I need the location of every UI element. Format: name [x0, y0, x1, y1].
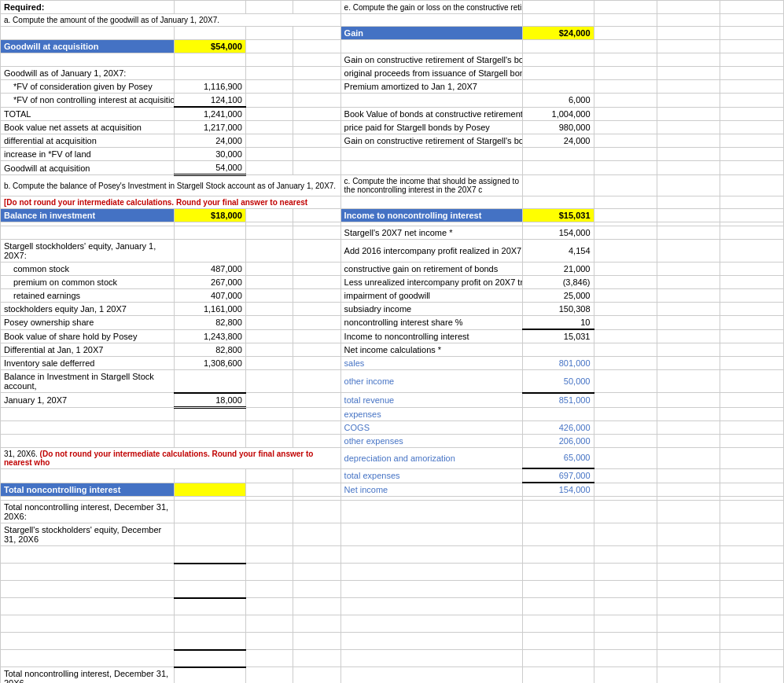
impairment-value: 25,000	[522, 289, 594, 303]
net-income-label: Net income	[340, 483, 522, 497]
row-required: Required: e. Compute the gain or loss on…	[1, 1, 784, 14]
row-40: Stargell's stockholders' equity, Decembe…	[1, 523, 784, 546]
part-c-label: c. Compute the income that should be ass…	[340, 175, 522, 196]
row-11: TOTAL 1,241,000 Book Value of bonds at c…	[1, 107, 784, 121]
row-14: increase in *FV of land 30,000	[1, 148, 784, 161]
fv-consideration-value: 1,116,900	[175, 80, 246, 94]
gain-constructive-final-value: 24,000	[522, 134, 594, 148]
row-48: Total noncontrolling interest, December …	[1, 667, 784, 684]
goodwill-acquisition-value: $54,000	[175, 40, 246, 53]
total-noncontrolling-label: Total noncontrolling interest	[1, 483, 175, 497]
row-39: Total noncontrolling interest, December …	[1, 501, 784, 523]
gain-constructive-label: Gain on constructive retirement of Starg…	[340, 53, 522, 67]
differential2-label: Differential at Jan, 1 20X7	[1, 343, 175, 357]
constructive-gain-label: constructive gain on retirement of bonds	[340, 263, 522, 276]
gain-value: $24,000	[522, 27, 594, 40]
inventory-sale-label: Inventory sale defferred	[1, 357, 175, 370]
add-2016-label: Add 2016 intercompany profit realized in…	[340, 240, 522, 263]
row-parta-label: a. Compute the amount of the goodwill as…	[1, 14, 784, 27]
row-46	[1, 633, 784, 650]
other-expenses-value: 206,000	[522, 434, 594, 447]
stockholders-equity-value: 1,161,000	[175, 303, 246, 316]
row-43	[1, 581, 784, 598]
total-revenue-value: 851,000	[522, 393, 594, 408]
book-value-share-label: Book value of share hold by Posey	[1, 329, 175, 343]
expenses-label: expenses	[340, 407, 522, 420]
price-paid-label: price paid for Stargell bonds by Posey	[340, 121, 522, 134]
gain-constructive-final-label: Gain on constructive retirement of Starg…	[340, 134, 522, 148]
row-21: Stargell stockholders' equity, January 1…	[1, 240, 784, 263]
part-d-label: 31, 20X6. (Do not round your intermediat…	[1, 447, 341, 468]
row-30: Balance in Investment in Stargell Stock …	[1, 370, 784, 393]
fv-noncontrolling-value: 124,100	[175, 94, 246, 108]
row-25: stockholders equity Jan, 1 20X7 1,161,00…	[1, 303, 784, 316]
common-stock-label: common stock	[1, 263, 175, 276]
row-35: 31, 20X6. (Do not round your intermediat…	[1, 447, 784, 468]
balance-investment2-label: Balance in Investment in Stargell Stock …	[1, 370, 175, 393]
retained-earnings-label: retained earnings	[1, 289, 175, 303]
differential2-value: 82,800	[175, 343, 246, 357]
goodwill-acq2-value: 54,000	[175, 161, 246, 175]
premium-common-value: 267,000	[175, 276, 246, 289]
differential-label: differential at acquisition	[1, 134, 175, 148]
book-value-bonds-value: 1,004,000	[522, 107, 594, 121]
premium-common-label: premium on common stock	[1, 276, 175, 289]
book-value-net-label: Book value net assets at acquisition	[1, 121, 175, 134]
stockholders-equity-label: stockholders equity Jan, 1 20X7	[1, 303, 175, 316]
row-44	[1, 598, 784, 615]
row-32: expenses	[1, 407, 784, 420]
noncontrolling-pct-value: 10	[522, 316, 594, 330]
row-18: Balance in investment $18,000 Income to …	[1, 209, 784, 222]
inventory-sale-value: 1,308,600	[175, 357, 246, 370]
stargell-equity-label: Stargell stockholders' equity, January 1…	[1, 240, 175, 263]
row-31: January 1, 20X7 18,000 total revenue 851…	[1, 393, 784, 408]
less-unrealized-label: Less unrealized intercompany profit on 2…	[340, 276, 522, 289]
total-expenses-label: total expenses	[340, 468, 522, 483]
fv-land-label: increase in *FV of land	[1, 148, 175, 161]
income-noncontrolling-value: $15,031	[522, 209, 594, 222]
book-value-share-value: 1,243,800	[175, 329, 246, 343]
sales-value: 801,000	[522, 357, 594, 370]
fv-consideration-label: *FV of consideration given by Posey	[1, 80, 175, 94]
row-27: Book value of share hold by Posey 1,243,…	[1, 329, 784, 343]
other-income-label: other income	[340, 370, 522, 393]
row-41	[1, 546, 784, 564]
row-7: Gain on constructive retirement of Starg…	[1, 53, 784, 67]
impairment-label: impairment of goodwill	[340, 289, 522, 303]
sales-label: sales	[340, 357, 522, 370]
income-noncontrolling-label: Income to noncontrolling interest	[340, 209, 522, 222]
row-36: total expenses 697,000	[1, 468, 784, 483]
total-value: 1,241,000	[175, 107, 246, 121]
retained-earnings-value: 407,000	[175, 289, 246, 303]
net-income-calc-label: Net income calculations *	[340, 343, 522, 357]
depreciation-label: depreciation and amorization	[340, 447, 522, 468]
row-28: Differential at Jan, 1 20X7 82,800 Net i…	[1, 343, 784, 357]
row-34: other expenses 206,000	[1, 434, 784, 447]
stargell-equity-dec31-label: Stargell's stockholders' equity, Decembe…	[1, 523, 175, 546]
cogs-label: COGS	[340, 420, 522, 434]
part-b-note: [Do not round your intermediate calculat…	[1, 196, 341, 209]
balance-investment-label: Balance in investment	[1, 209, 175, 222]
less-unrealized-value: (3,846)	[522, 276, 594, 289]
required-label: Required:	[1, 1, 175, 14]
row-20: Stargell's 20X7 net income * 154,000	[1, 226, 784, 240]
income-noncontrolling2-label: Income to noncontrolling interest	[340, 329, 522, 343]
row-23: premium on common stock 267,000 Less unr…	[1, 276, 784, 289]
jan1-20x7-value: 18,000	[175, 393, 246, 408]
row-8: Goodwill as of January 1, 20X7: original…	[1, 67, 784, 80]
row-10: *FV of non controlling interest at acqui…	[1, 94, 784, 108]
row-47	[1, 650, 784, 667]
row-22: common stock 487,000 constructive gain o…	[1, 263, 784, 276]
book-value-net-value: 1,217,000	[175, 121, 246, 134]
fv-noncontrolling-label: *FV of non controlling interest at acqui…	[1, 94, 175, 108]
add-2016-value: 4,154	[522, 240, 594, 263]
balance-investment-value: $18,000	[175, 209, 246, 222]
posey-ownership-value: 82,800	[175, 316, 246, 330]
row-gain: Gain $24,000	[1, 27, 784, 40]
total-noncontrolling-dec31-label: Total noncontrolling interest, December …	[1, 501, 175, 523]
total-label: TOTAL	[1, 107, 175, 121]
row-16: b. Compute the balance of Posey's Invest…	[1, 175, 784, 196]
row-12: Book value net assets at acquisition 1,2…	[1, 121, 784, 134]
row-15: Goodwill at acquisition 54,000	[1, 161, 784, 175]
cogs-value: 426,000	[522, 420, 594, 434]
